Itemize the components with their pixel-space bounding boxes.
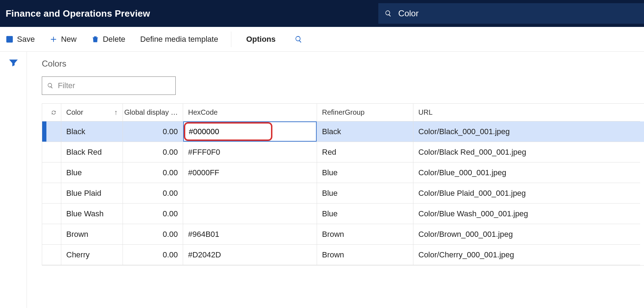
plus-icon: [50, 35, 57, 43]
global-search-input[interactable]: [398, 8, 644, 18]
col-header-hex-label: HexCode: [188, 108, 218, 116]
table-row[interactable]: Blue Plaid0.00BlueColor/Blue Plaid_000_0…: [42, 183, 644, 204]
table-row[interactable]: Brown0.00#964B01BrownColor/Brown_000_001…: [42, 224, 644, 245]
hexcode-editor[interactable]: [183, 121, 317, 142]
refresh-icon: [51, 109, 56, 116]
cell-refinergroup[interactable]: Blue: [317, 183, 413, 204]
row-selector[interactable]: [46, 183, 61, 204]
colors-grid: Color ↑ Global display … HexCode Refiner…: [42, 103, 644, 266]
table-row[interactable]: Cherry0.00#D2042DBrownColor/Cherry_000_0…: [42, 245, 644, 265]
row-selector[interactable]: [46, 204, 61, 224]
grid-filter[interactable]: [42, 76, 176, 95]
save-button[interactable]: Save: [4, 33, 37, 45]
row-selector[interactable]: [46, 162, 61, 183]
table-row[interactable]: Blue Wash0.00BlueColor/Blue Wash_000_001…: [42, 204, 644, 224]
col-header-color[interactable]: Color ↑: [61, 104, 123, 121]
define-media-label: Define media template: [140, 35, 218, 44]
cell-hexcode[interactable]: [183, 121, 317, 142]
cell-global-display[interactable]: 0.00: [123, 142, 183, 162]
cell-global-display[interactable]: 0.00: [123, 121, 183, 142]
options-button[interactable]: Options: [244, 33, 278, 45]
row-selector[interactable]: [46, 224, 61, 245]
cell-color[interactable]: Cherry: [61, 245, 123, 265]
cell-color[interactable]: Black Red: [61, 142, 123, 162]
cell-hexcode[interactable]: #D2042D: [183, 245, 317, 265]
cell-refinergroup[interactable]: Blue: [317, 162, 413, 183]
cell-color[interactable]: Blue Plaid: [61, 183, 123, 204]
cell-url[interactable]: Color/Black_000_001.jpeg: [413, 121, 640, 142]
grid-marker-col: [42, 104, 46, 121]
cell-global-display[interactable]: 0.00: [123, 183, 183, 204]
filter-icon[interactable]: [9, 58, 18, 67]
cell-global-display[interactable]: 0.00: [123, 224, 183, 245]
table-row[interactable]: Blue0.00#0000FFBlueColor/Blue_000_001.jp…: [42, 162, 644, 183]
cell-url[interactable]: Color/Cherry_000_001.jpeg: [413, 245, 640, 265]
cell-url[interactable]: Color/Blue Plaid_000_001.jpeg: [413, 183, 640, 204]
content: Colors Color ↑ Global display … HexCode …: [27, 52, 644, 308]
app-header: Finance and Operations Preview: [0, 0, 644, 27]
row-marker: [42, 162, 46, 183]
global-search[interactable]: [378, 3, 644, 24]
cell-global-display[interactable]: 0.00: [123, 204, 183, 224]
col-header-refinergroup[interactable]: RefinerGroup: [317, 104, 413, 121]
cell-hexcode[interactable]: [183, 183, 317, 204]
col-header-url[interactable]: URL: [413, 104, 640, 121]
col-header-global-display[interactable]: Global display …: [123, 104, 183, 121]
app-title: Finance and Operations Preview: [0, 8, 378, 19]
row-selector[interactable]: [46, 245, 61, 265]
cell-global-display[interactable]: 0.00: [123, 162, 183, 183]
grid-filter-input[interactable]: [58, 81, 170, 90]
cell-refinergroup[interactable]: Red: [317, 142, 413, 162]
save-label: Save: [17, 35, 35, 44]
cell-refinergroup[interactable]: Blue: [317, 204, 413, 224]
col-header-url-label: URL: [418, 108, 433, 116]
refresh-button[interactable]: [46, 104, 61, 121]
toolbar-divider: [231, 32, 231, 47]
action-toolbar: Save New Delete Define media template Op…: [0, 27, 644, 52]
cell-color[interactable]: Blue: [61, 162, 123, 183]
new-label: New: [61, 35, 77, 44]
save-icon: [6, 35, 13, 43]
search-icon: [385, 10, 392, 17]
define-media-template-button[interactable]: Define media template: [138, 33, 220, 45]
cell-hexcode[interactable]: #964B01: [183, 224, 317, 245]
cell-hexcode[interactable]: #0000FF: [183, 162, 317, 183]
row-marker: [42, 224, 46, 245]
trash-icon: [91, 35, 99, 43]
cell-color[interactable]: Black: [61, 121, 123, 142]
table-row[interactable]: Black Red0.00#FFF0F0RedColor/Black Red_0…: [42, 142, 644, 162]
delete-button[interactable]: Delete: [89, 33, 128, 45]
cell-hexcode[interactable]: #FFF0F0: [183, 142, 317, 162]
cell-refinergroup[interactable]: Brown: [317, 224, 413, 245]
col-header-display-label: Global display …: [124, 108, 178, 116]
row-selector[interactable]: [46, 121, 61, 142]
toolbar-search-icon[interactable]: [295, 35, 303, 43]
row-marker: [42, 204, 46, 224]
cell-color[interactable]: Blue Wash: [61, 204, 123, 224]
row-marker: [42, 121, 46, 142]
cell-url[interactable]: Color/Black Red_000_001.jpeg: [413, 142, 640, 162]
hexcode-highlight: [184, 122, 272, 141]
body: Colors Color ↑ Global display … HexCode …: [0, 52, 644, 308]
cell-url[interactable]: Color/Blue Wash_000_001.jpeg: [413, 204, 640, 224]
row-marker: [42, 245, 46, 265]
cell-url[interactable]: Color/Brown_000_001.jpeg: [413, 224, 640, 245]
row-selector[interactable]: [46, 142, 61, 162]
delete-label: Delete: [103, 35, 125, 44]
cell-global-display[interactable]: 0.00: [123, 245, 183, 265]
row-marker: [42, 183, 46, 204]
left-rail: [0, 52, 27, 308]
new-button[interactable]: New: [47, 33, 79, 45]
table-row[interactable]: Black0.00BlackColor/Black_000_001.jpeg: [42, 121, 644, 142]
row-marker: [42, 142, 46, 162]
hexcode-input[interactable]: [189, 127, 271, 136]
cell-refinergroup[interactable]: Black: [317, 121, 413, 142]
cell-refinergroup[interactable]: Brown: [317, 245, 413, 265]
col-header-color-label: Color: [66, 108, 83, 116]
col-header-hexcode[interactable]: HexCode: [183, 104, 317, 121]
col-header-refiner-label: RefinerGroup: [322, 108, 365, 116]
cell-url[interactable]: Color/Blue_000_001.jpeg: [413, 162, 640, 183]
cell-color[interactable]: Brown: [61, 224, 123, 245]
grid-header: Color ↑ Global display … HexCode Refiner…: [42, 104, 644, 121]
cell-hexcode[interactable]: [183, 204, 317, 224]
